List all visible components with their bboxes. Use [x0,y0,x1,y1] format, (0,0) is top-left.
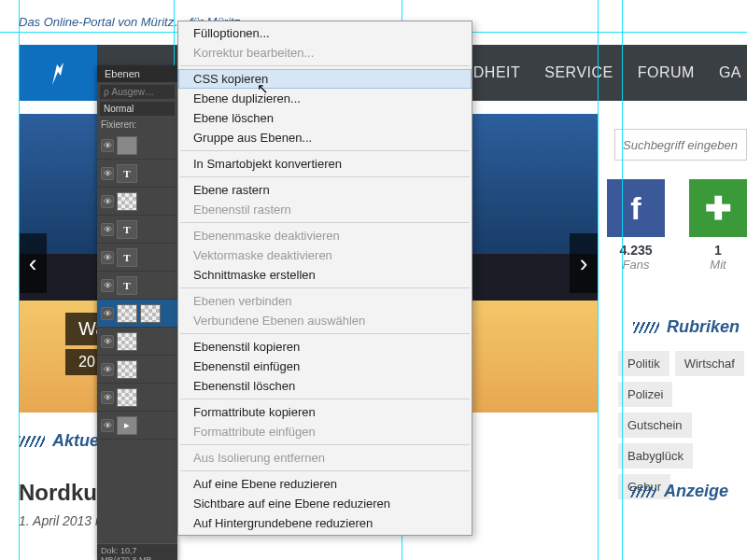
layer-mask-thumb [140,304,161,323]
visibility-toggle-icon[interactable]: 👁 [101,139,114,152]
visibility-toggle-icon[interactable]: 👁 [101,307,114,320]
menu-separator [180,150,470,151]
tag-item[interactable]: Polizei [618,382,672,407]
menu-item[interactable]: In Smartobjekt konvertieren [178,154,472,174]
visibility-toggle-icon[interactable]: 👁 [101,167,114,180]
menu-separator [180,176,470,177]
social2-count: 1 [689,243,747,258]
menu-item: Ebenen verbinden [178,291,472,311]
visibility-toggle-icon[interactable]: 👁 [101,391,114,404]
menu-item[interactable]: Ebene löschen [178,108,472,128]
visibility-toggle-icon[interactable]: 👁 [101,419,114,432]
ps-layer-row[interactable]: 👁 [97,188,177,216]
menu-separator [180,399,470,399]
menu-separator [180,287,470,288]
ps-layer-row[interactable]: 👁T [97,272,177,300]
menu-item[interactable]: Ebenenstil löschen [178,376,472,396]
social-tiles: f 4.235 Fans ✚ 1 Mit [607,179,747,272]
ps-layer-row[interactable]: 👁T [97,216,177,244]
ps-tab-layers[interactable]: Ebenen [97,65,177,82]
ps-layer-row[interactable]: 👁 [97,356,177,384]
tag-item[interactable]: Politik [618,351,669,376]
menu-separator [180,222,470,223]
menu-item[interactable]: Auf Hintergrundebene reduzieren [178,513,472,533]
visibility-toggle-icon[interactable]: 👁 [101,251,114,264]
tag-item[interactable]: Babyglück [618,443,693,469]
layer-context-menu[interactable]: Fülloptionen...Korrektur bearbeiten...CS… [177,21,472,536]
layer-thumb [117,332,137,351]
section-anzeige: Anzeige [630,482,728,501]
search-input[interactable] [614,129,747,161]
menu-separator [180,444,470,445]
ps-layer-filter[interactable]: ρ Ausgew… [100,85,175,99]
menu-item: Formattribute einfügen [178,422,472,441]
menu-item[interactable]: Ebenenstil kopieren [178,337,472,357]
visibility-toggle-icon[interactable]: 👁 [101,195,114,208]
nav-item[interactable]: GA [719,64,741,81]
menu-item: Ebenenstil rastern [178,200,472,219]
ps-layer-row[interactable]: 👁 [97,132,177,160]
layer-thumb: T [117,220,137,239]
nav-item[interactable]: SERVICE [544,64,613,81]
visibility-toggle-icon[interactable]: 👁 [101,335,114,348]
facebook-label: Fans [607,258,665,272]
menu-item[interactable]: CSS kopieren [178,69,472,89]
menu-item: Aus Isolierung entfernen [178,448,472,468]
ps-layers-panel[interactable]: Ebenen ρ Ausgew… Normal Fixieren: 👁👁T👁👁T… [97,65,177,560]
visibility-toggle-icon[interactable]: 👁 [101,223,114,236]
layer-thumb [117,360,137,379]
menu-item[interactable]: Ebene rastern [178,180,472,200]
visibility-toggle-icon[interactable]: 👁 [101,279,114,292]
menu-item[interactable]: Ebene duplizieren... [178,89,472,108]
menu-item[interactable]: Formattribute kopieren [178,402,472,422]
menu-item[interactable]: Gruppe aus Ebenen... [178,128,472,147]
tag-item[interactable]: Gutschein [618,413,692,438]
nav-item[interactable]: FORUM [638,64,695,81]
menu-item[interactable]: Ebenenstil einfügen [178,357,472,376]
slider-next-button[interactable]: › [570,233,598,293]
site-logo[interactable] [19,45,97,101]
menu-separator [180,65,470,66]
tag-item[interactable]: Wirtschaf [675,351,744,376]
ps-layer-row[interactable]: 👁T [97,160,177,188]
ps-layer-row[interactable]: 👁 [97,384,177,412]
facebook-tile[interactable]: f [607,179,665,237]
menu-item: Verbundene Ebenen auswählen [178,311,472,330]
menu-separator [180,470,470,471]
tag-list: PolitikWirtschafPolizeiGutscheinBabyglüc… [618,351,747,499]
layer-thumb: T [117,164,137,183]
visibility-toggle-icon[interactable]: 👁 [101,363,114,376]
facebook-count: 4.235 [607,243,665,258]
section-rubriken: Rubriken [633,317,740,337]
ps-layer-row[interactable]: 👁T [97,244,177,272]
social-tile-2[interactable]: ✚ [689,179,747,237]
ps-layer-row[interactable]: 👁 [97,328,177,356]
layer-thumb [117,388,137,407]
slider-prev-button[interactable]: ‹ [19,233,47,293]
ps-layer-row[interactable]: 👁▸ [97,412,177,440]
ps-layer-row[interactable]: 👁 [97,300,177,328]
menu-item: Ebenenmaske deaktivieren [178,226,472,245]
ps-lock-row: Fixieren: [97,118,177,132]
menu-item[interactable]: Fülloptionen... [178,23,472,43]
layer-thumb: T [117,248,137,267]
menu-separator [180,333,470,334]
layer-thumb: ▸ [117,416,137,435]
layer-thumb [117,192,137,211]
layer-thumb [117,136,137,155]
ps-blend-mode[interactable]: Normal [100,102,175,116]
social2-label: Mit [689,258,747,272]
nav-links: UNDHEIT SERVICE FORUM GA [451,45,741,101]
menu-item[interactable]: Schnittmaske erstellen [178,265,472,285]
menu-item[interactable]: Sichtbare auf eine Ebene reduzieren [178,494,472,513]
layer-thumb: T [117,276,137,295]
layer-thumb [117,304,137,323]
ps-doc-status: Dok: 10,7 MB/470,8 MB [97,543,177,560]
menu-item: Korrektur bearbeiten... [178,43,472,63]
menu-item: Vektormaske deaktivieren [178,245,472,265]
menu-item[interactable]: Auf eine Ebene reduzieren [178,474,472,494]
